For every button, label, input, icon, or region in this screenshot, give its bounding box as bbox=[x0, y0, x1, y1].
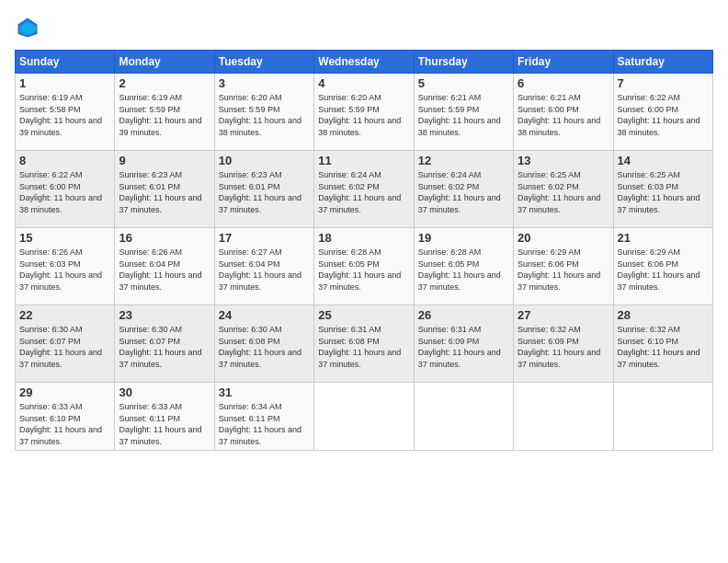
calendar-header-row: SundayMondayTuesdayWednesdayThursdayFrid… bbox=[16, 51, 713, 74]
calendar-cell: 5 Sunrise: 6:21 AM Sunset: 5:59 PM Dayli… bbox=[414, 74, 513, 151]
calendar-header-wednesday: Wednesday bbox=[314, 51, 414, 74]
calendar-cell bbox=[514, 383, 613, 451]
day-number: 17 bbox=[219, 231, 310, 245]
calendar-cell: 17 Sunrise: 6:27 AM Sunset: 6:04 PM Dayl… bbox=[214, 228, 313, 305]
logo bbox=[15, 15, 44, 40]
day-number: 3 bbox=[219, 76, 310, 90]
calendar-cell: 19 Sunrise: 6:28 AM Sunset: 6:05 PM Dayl… bbox=[414, 228, 513, 305]
calendar-header-saturday: Saturday bbox=[613, 51, 712, 74]
calendar-cell: 16 Sunrise: 6:26 AM Sunset: 6:04 PM Dayl… bbox=[115, 228, 214, 305]
day-info: Sunrise: 6:28 AM Sunset: 6:05 PM Dayligh… bbox=[318, 247, 409, 293]
calendar-cell: 15 Sunrise: 6:26 AM Sunset: 6:03 PM Dayl… bbox=[16, 228, 115, 305]
calendar-cell: 7 Sunrise: 6:22 AM Sunset: 6:00 PM Dayli… bbox=[613, 74, 712, 151]
day-number: 12 bbox=[418, 154, 509, 167]
day-info: Sunrise: 6:23 AM Sunset: 6:01 PM Dayligh… bbox=[219, 169, 310, 215]
calendar-week-row: 29 Sunrise: 6:33 AM Sunset: 6:10 PM Dayl… bbox=[16, 383, 713, 451]
day-info: Sunrise: 6:33 AM Sunset: 6:11 PM Dayligh… bbox=[119, 401, 210, 447]
day-info: Sunrise: 6:31 AM Sunset: 6:09 PM Dayligh… bbox=[418, 324, 509, 370]
day-number: 16 bbox=[119, 231, 210, 245]
day-number: 8 bbox=[19, 154, 110, 167]
day-info: Sunrise: 6:21 AM Sunset: 6:00 PM Dayligh… bbox=[518, 92, 609, 138]
day-info: Sunrise: 6:21 AM Sunset: 5:59 PM Dayligh… bbox=[418, 92, 509, 138]
day-info: Sunrise: 6:22 AM Sunset: 6:00 PM Dayligh… bbox=[618, 92, 709, 138]
calendar-cell: 23 Sunrise: 6:30 AM Sunset: 6:07 PM Dayl… bbox=[115, 305, 214, 383]
day-number: 14 bbox=[618, 154, 709, 167]
day-info: Sunrise: 6:22 AM Sunset: 6:00 PM Dayligh… bbox=[19, 169, 110, 215]
calendar-cell: 6 Sunrise: 6:21 AM Sunset: 6:00 PM Dayli… bbox=[514, 74, 613, 151]
day-info: Sunrise: 6:30 AM Sunset: 6:08 PM Dayligh… bbox=[219, 324, 310, 370]
day-info: Sunrise: 6:31 AM Sunset: 6:08 PM Dayligh… bbox=[318, 324, 409, 370]
day-number: 9 bbox=[119, 154, 210, 167]
calendar-header-tuesday: Tuesday bbox=[214, 51, 313, 74]
day-number: 19 bbox=[418, 231, 509, 245]
day-info: Sunrise: 6:23 AM Sunset: 6:01 PM Dayligh… bbox=[119, 169, 210, 215]
calendar-cell: 31 Sunrise: 6:34 AM Sunset: 6:11 PM Dayl… bbox=[214, 383, 313, 451]
day-number: 22 bbox=[19, 308, 110, 322]
day-number: 18 bbox=[318, 231, 409, 245]
calendar-week-row: 1 Sunrise: 6:19 AM Sunset: 5:58 PM Dayli… bbox=[16, 74, 713, 151]
day-number: 31 bbox=[219, 385, 310, 399]
day-number: 1 bbox=[19, 76, 110, 90]
day-info: Sunrise: 6:20 AM Sunset: 5:59 PM Dayligh… bbox=[219, 92, 310, 138]
calendar-cell: 2 Sunrise: 6:19 AM Sunset: 5:59 PM Dayli… bbox=[115, 74, 214, 151]
calendar-week-row: 22 Sunrise: 6:30 AM Sunset: 6:07 PM Dayl… bbox=[16, 305, 713, 383]
calendar-table: SundayMondayTuesdayWednesdayThursdayFrid… bbox=[15, 50, 713, 451]
calendar-cell: 26 Sunrise: 6:31 AM Sunset: 6:09 PM Dayl… bbox=[414, 305, 513, 383]
day-number: 13 bbox=[518, 154, 609, 167]
calendar-cell bbox=[314, 383, 414, 451]
day-number: 5 bbox=[418, 76, 509, 90]
calendar-cell: 3 Sunrise: 6:20 AM Sunset: 5:59 PM Dayli… bbox=[214, 74, 313, 151]
day-info: Sunrise: 6:32 AM Sunset: 6:10 PM Dayligh… bbox=[618, 324, 709, 370]
calendar-week-row: 8 Sunrise: 6:22 AM Sunset: 6:00 PM Dayli… bbox=[16, 151, 713, 228]
day-number: 15 bbox=[19, 231, 110, 245]
calendar-header-thursday: Thursday bbox=[414, 51, 513, 74]
calendar-cell: 21 Sunrise: 6:29 AM Sunset: 6:06 PM Dayl… bbox=[613, 228, 712, 305]
day-number: 30 bbox=[119, 385, 210, 399]
day-info: Sunrise: 6:19 AM Sunset: 5:59 PM Dayligh… bbox=[119, 92, 210, 138]
day-number: 11 bbox=[318, 154, 409, 167]
calendar-cell: 10 Sunrise: 6:23 AM Sunset: 6:01 PM Dayl… bbox=[214, 151, 313, 228]
day-number: 4 bbox=[318, 76, 409, 90]
day-number: 27 bbox=[518, 308, 609, 322]
calendar-cell bbox=[414, 383, 513, 451]
day-info: Sunrise: 6:26 AM Sunset: 6:03 PM Dayligh… bbox=[19, 247, 110, 293]
day-info: Sunrise: 6:24 AM Sunset: 6:02 PM Dayligh… bbox=[418, 169, 509, 215]
day-number: 28 bbox=[618, 308, 709, 322]
calendar-cell: 4 Sunrise: 6:20 AM Sunset: 5:59 PM Dayli… bbox=[314, 74, 414, 151]
calendar-cell: 9 Sunrise: 6:23 AM Sunset: 6:01 PM Dayli… bbox=[115, 151, 214, 228]
day-info: Sunrise: 6:25 AM Sunset: 6:03 PM Dayligh… bbox=[618, 169, 709, 215]
day-number: 26 bbox=[418, 308, 509, 322]
day-info: Sunrise: 6:29 AM Sunset: 6:06 PM Dayligh… bbox=[618, 247, 709, 293]
day-info: Sunrise: 6:34 AM Sunset: 6:11 PM Dayligh… bbox=[219, 401, 310, 447]
day-number: 29 bbox=[19, 385, 110, 399]
day-info: Sunrise: 6:30 AM Sunset: 6:07 PM Dayligh… bbox=[119, 324, 210, 370]
logo-icon bbox=[15, 15, 40, 40]
calendar-cell: 8 Sunrise: 6:22 AM Sunset: 6:00 PM Dayli… bbox=[16, 151, 115, 228]
day-info: Sunrise: 6:26 AM Sunset: 6:04 PM Dayligh… bbox=[119, 247, 210, 293]
calendar-cell: 18 Sunrise: 6:28 AM Sunset: 6:05 PM Dayl… bbox=[314, 228, 414, 305]
calendar-cell: 25 Sunrise: 6:31 AM Sunset: 6:08 PM Dayl… bbox=[314, 305, 414, 383]
day-number: 7 bbox=[618, 76, 709, 90]
header bbox=[15, 15, 713, 40]
calendar-header-friday: Friday bbox=[514, 51, 613, 74]
calendar-week-row: 15 Sunrise: 6:26 AM Sunset: 6:03 PM Dayl… bbox=[16, 228, 713, 305]
calendar-header-sunday: Sunday bbox=[16, 51, 115, 74]
calendar-cell: 28 Sunrise: 6:32 AM Sunset: 6:10 PM Dayl… bbox=[613, 305, 712, 383]
day-info: Sunrise: 6:29 AM Sunset: 6:06 PM Dayligh… bbox=[518, 247, 609, 293]
day-number: 2 bbox=[119, 76, 210, 90]
calendar-cell: 1 Sunrise: 6:19 AM Sunset: 5:58 PM Dayli… bbox=[16, 74, 115, 151]
day-number: 20 bbox=[518, 231, 609, 245]
day-number: 21 bbox=[618, 231, 709, 245]
calendar-cell: 13 Sunrise: 6:25 AM Sunset: 6:02 PM Dayl… bbox=[514, 151, 613, 228]
day-info: Sunrise: 6:33 AM Sunset: 6:10 PM Dayligh… bbox=[19, 401, 110, 447]
day-number: 24 bbox=[219, 308, 310, 322]
day-info: Sunrise: 6:30 AM Sunset: 6:07 PM Dayligh… bbox=[19, 324, 110, 370]
calendar-cell: 30 Sunrise: 6:33 AM Sunset: 6:11 PM Dayl… bbox=[115, 383, 214, 451]
day-info: Sunrise: 6:27 AM Sunset: 6:04 PM Dayligh… bbox=[219, 247, 310, 293]
calendar-cell: 22 Sunrise: 6:30 AM Sunset: 6:07 PM Dayl… bbox=[16, 305, 115, 383]
day-info: Sunrise: 6:20 AM Sunset: 5:59 PM Dayligh… bbox=[318, 92, 409, 138]
day-info: Sunrise: 6:24 AM Sunset: 6:02 PM Dayligh… bbox=[318, 169, 409, 215]
calendar-cell: 29 Sunrise: 6:33 AM Sunset: 6:10 PM Dayl… bbox=[16, 383, 115, 451]
calendar-cell: 27 Sunrise: 6:32 AM Sunset: 6:09 PM Dayl… bbox=[514, 305, 613, 383]
calendar-cell: 24 Sunrise: 6:30 AM Sunset: 6:08 PM Dayl… bbox=[214, 305, 313, 383]
